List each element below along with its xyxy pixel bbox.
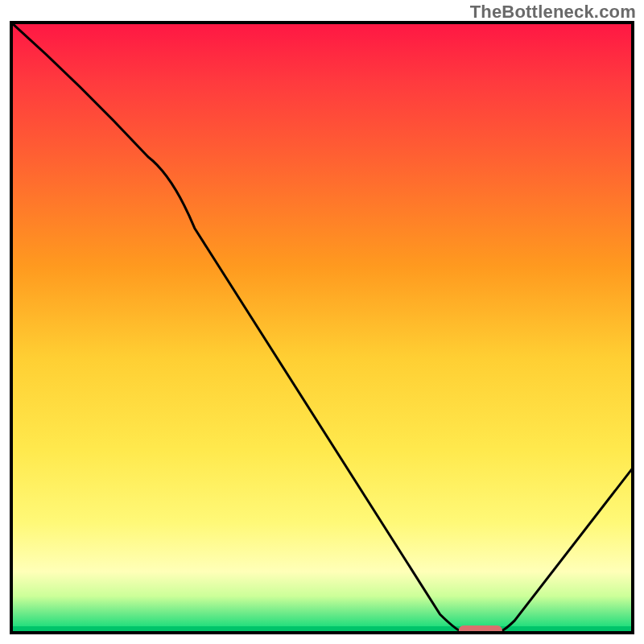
bottleneck-chart (0, 0, 644, 644)
chart-container: TheBottleneck.com (0, 0, 644, 644)
gradient-background (11, 23, 633, 633)
attribution-label: TheBottleneck.com (470, 2, 636, 23)
